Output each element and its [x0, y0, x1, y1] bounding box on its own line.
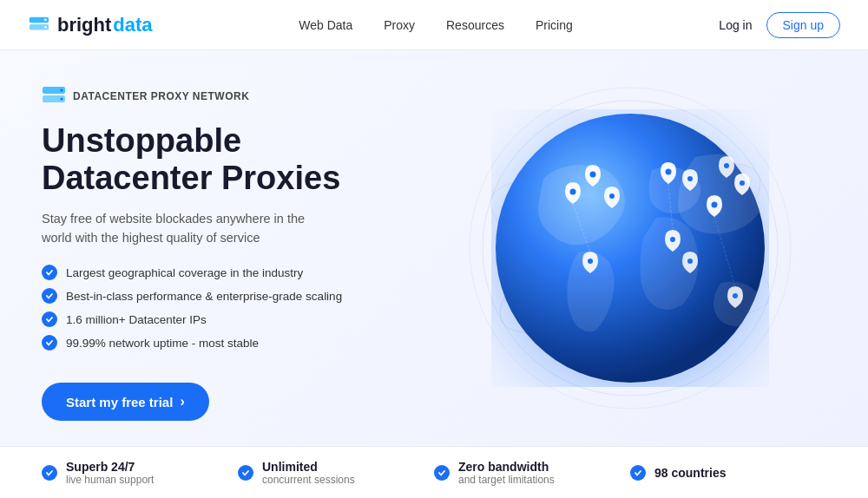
svg-point-15 [570, 189, 576, 195]
hero-section: DATACENTER PROXY NETWORK Unstoppable Dat… [0, 50, 868, 446]
stat-text-4: 98 countries [654, 466, 726, 480]
nav-item-webdata[interactable]: Web Data [299, 17, 352, 33]
stat-item-3: Zero bandwidth and target limitations [434, 460, 630, 486]
svg-point-18 [588, 259, 593, 264]
logo-icon [28, 14, 50, 36]
logo-bright-text: bright [57, 14, 111, 36]
check-icon-4 [42, 335, 57, 351]
svg-point-2 [44, 18, 47, 21]
svg-point-22 [740, 180, 745, 186]
stat-text-3: Zero bandwidth and target limitations [458, 460, 555, 486]
feature-item-2: Best-in-class performance & enterprise-g… [42, 288, 434, 304]
nav-item-pricing[interactable]: Pricing [536, 17, 573, 33]
nav-item-resources[interactable]: Resources [446, 17, 504, 33]
feature-list: Largest geographical coverage in the ind… [42, 265, 434, 358]
login-button[interactable]: Log in [719, 18, 752, 32]
hero-right [434, 50, 826, 446]
check-icon-3 [42, 311, 57, 327]
stat-sub-3: and target limitations [458, 474, 555, 486]
stat-title-2: Unlimited [262, 460, 355, 474]
arrow-icon: › [180, 394, 184, 410]
stat-check-icon-3 [434, 465, 450, 481]
stats-bar: Superb 24/7 live human support Unlimited… [0, 446, 868, 498]
datacenter-icon [42, 84, 66, 108]
svg-point-6 [61, 88, 63, 91]
feature-item-3: 1.6 million+ Datacenter IPs [42, 311, 434, 327]
svg-point-20 [687, 176, 693, 181]
svg-point-24 [670, 237, 675, 242]
stat-check-icon-2 [238, 465, 253, 481]
nav-item-proxy[interactable]: Proxy [384, 17, 415, 33]
svg-point-7 [61, 97, 63, 100]
logo-data-text: data [113, 14, 152, 36]
svg-point-26 [733, 293, 738, 298]
nav-actions: Log in Sign up [719, 12, 840, 38]
stat-sub-1: live human support [66, 474, 154, 486]
stat-text-2: Unlimited concurrent sessions [262, 460, 355, 486]
trial-button[interactable]: Start my free trial › [42, 383, 209, 421]
svg-point-17 [609, 193, 615, 199]
stat-title-3: Zero bandwidth [458, 460, 555, 474]
stat-title-1: Superb 24/7 [66, 460, 154, 474]
svg-point-23 [724, 163, 729, 168]
stat-item-1: Superb 24/7 live human support [42, 460, 238, 486]
svg-point-21 [712, 202, 718, 208]
hero-subtitle: Stay free of website blockades anywhere … [42, 210, 337, 248]
stat-text-1: Superb 24/7 live human support [66, 460, 154, 486]
logo: bright data [28, 14, 153, 36]
svg-point-3 [44, 25, 47, 28]
check-icon-1 [42, 265, 57, 280]
feature-item-4: 99.99% network uptime - most stable [42, 335, 434, 351]
badge-text: DATACENTER PROXY NETWORK [73, 90, 249, 102]
nav-links: Web Data Proxy Resources Pricing [299, 17, 573, 33]
signup-button[interactable]: Sign up [766, 12, 840, 38]
navbar: bright data Web Data Proxy Resources Pri… [0, 0, 868, 50]
svg-point-16 [590, 172, 596, 178]
stat-title-4: 98 countries [654, 466, 726, 480]
svg-point-14 [496, 114, 765, 383]
globe-visualization [465, 83, 795, 413]
svg-point-25 [687, 259, 693, 264]
stat-check-icon-4 [630, 465, 646, 481]
stat-sub-2: concurrent sessions [262, 474, 355, 486]
stat-item-2: Unlimited concurrent sessions [238, 460, 434, 486]
globe-svg [491, 109, 769, 387]
stat-check-icon-1 [42, 465, 57, 481]
hero-left: DATACENTER PROXY NETWORK Unstoppable Dat… [42, 50, 434, 446]
stat-item-4: 98 countries [630, 465, 826, 481]
check-icon-2 [42, 288, 57, 304]
svg-point-19 [666, 169, 672, 175]
hero-title: Unstoppable Datacenter Proxies [42, 122, 434, 198]
hero-badge: DATACENTER PROXY NETWORK [42, 84, 434, 108]
feature-item-1: Largest geographical coverage in the ind… [42, 265, 434, 280]
